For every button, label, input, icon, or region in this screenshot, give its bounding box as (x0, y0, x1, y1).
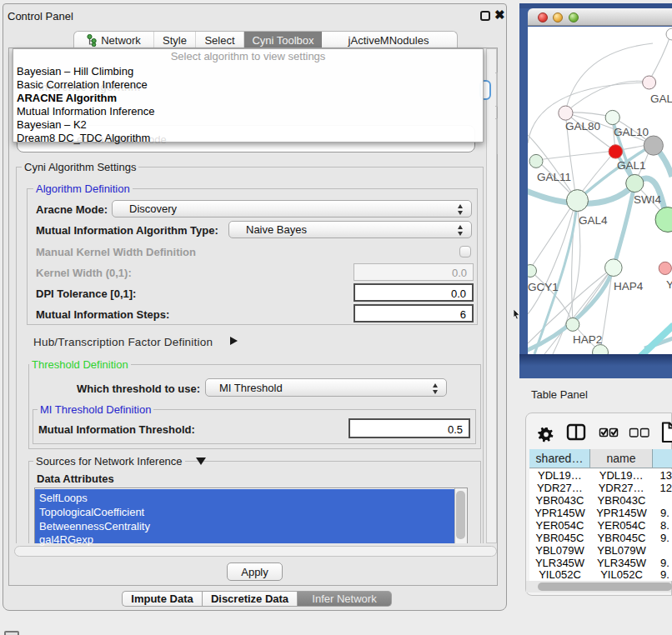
svg-text:GAL80: GAL80 (565, 120, 600, 132)
svg-text:GAL11: GAL11 (537, 171, 571, 183)
svg-text:GAL10: GAL10 (614, 126, 649, 138)
svg-text:GAL1: GAL1 (617, 159, 646, 172)
svg-text:SWI4: SWI4 (634, 193, 661, 206)
svg-text:GAL4: GAL4 (579, 214, 608, 227)
svg-text:GCY1: GCY1 (528, 281, 559, 293)
svg-text:GAL7: GAL7 (650, 92, 672, 105)
svg-text:HAP2: HAP2 (573, 333, 602, 346)
svg-text:Y: Y (666, 278, 672, 291)
svg-text:HAP4: HAP4 (614, 280, 644, 292)
